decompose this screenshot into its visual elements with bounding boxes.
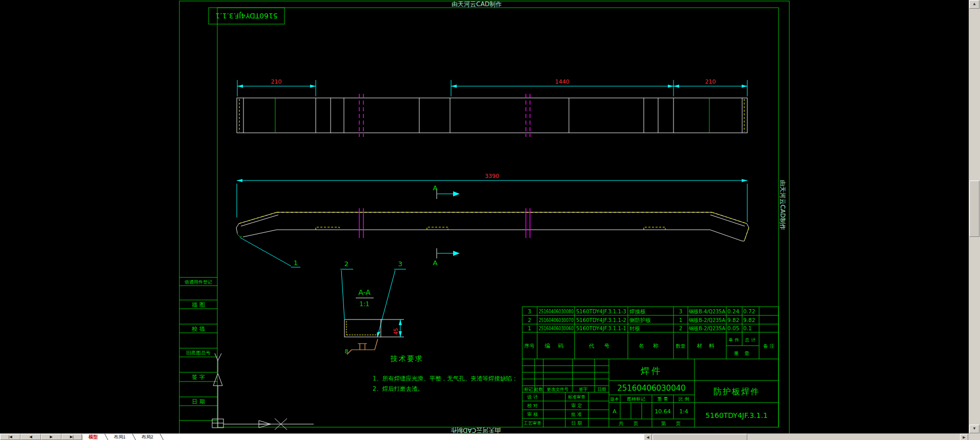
balloon-1: 1 bbox=[240, 237, 300, 267]
tech-req-line: 2、焊后打磨去渣。 bbox=[373, 385, 423, 392]
weight-value: 10.64 bbox=[655, 408, 671, 415]
section-arrow-top: A bbox=[433, 184, 460, 199]
first-tab-button[interactable]: |◀ bbox=[0, 434, 21, 440]
part-drawing-number: 5160TDY4JF.3.1.1 bbox=[705, 411, 768, 419]
balloon-2: 2 bbox=[340, 260, 353, 319]
scroll-up-button[interactable]: ▲ bbox=[969, 0, 979, 9]
scroll-down-button[interactable]: ▼ bbox=[969, 425, 979, 433]
tab-model-label: 模型 bbox=[89, 434, 98, 440]
section-arrow-bottom: A bbox=[433, 248, 460, 267]
bom-table: 3 25160406030080 5160TDY4JF.3.1.1-3 焊接板 … bbox=[522, 307, 779, 359]
bom-cell: 5160TDY4JF.3.1.1-1 bbox=[576, 325, 626, 331]
meta-header: 比 例 bbox=[679, 396, 689, 402]
tab-layout2[interactable]: 布局2 bbox=[135, 434, 164, 440]
scroll-left-button[interactable]: ◀ bbox=[644, 434, 652, 440]
pages-total: 共 页 bbox=[619, 421, 642, 426]
product-type: 焊件 bbox=[641, 366, 662, 376]
sign-label: 审 核 bbox=[527, 412, 538, 417]
bom-header: 代 号 bbox=[589, 343, 614, 349]
bom-cell: 25160406030070 bbox=[539, 317, 574, 323]
sign-label: 日 期 bbox=[571, 421, 582, 426]
last-tab-button[interactable]: ▶| bbox=[62, 434, 82, 440]
drawing-code: 25160406030040 bbox=[617, 384, 686, 393]
bom-cell: 钢板B-4/Q235A bbox=[688, 308, 726, 314]
bom-header: 总 计 bbox=[745, 337, 756, 343]
part-name: 防护板焊件 bbox=[713, 387, 760, 396]
change-header: 日期 bbox=[598, 387, 606, 392]
section-mark-label: A bbox=[433, 184, 438, 192]
corner-fillet bbox=[237, 233, 242, 237]
meta-header: 图样标记 bbox=[627, 396, 645, 402]
view-flat-pattern: 210 1440 210 bbox=[237, 78, 747, 137]
change-header: 处数 bbox=[535, 387, 544, 392]
frame-label: 5160TDY4JF.3.1.1 bbox=[215, 12, 278, 20]
dim-3390: 3390 bbox=[485, 173, 499, 179]
bom-cell: 9.82 bbox=[743, 317, 755, 323]
drawing-canvas[interactable]: 5160TDY4JF.3.1.1 借通用件登记 描 图 校 描 旧底图总号 签 … bbox=[0, 0, 969, 433]
bom-cell: 2 bbox=[679, 325, 683, 331]
sign-label: 标准审查 bbox=[568, 394, 586, 399]
dim-1440: 1440 bbox=[555, 78, 569, 85]
balloon-number: 1 bbox=[294, 259, 298, 267]
tab-nav-buttons: |◀ ◀ ▶ ▶| bbox=[0, 434, 83, 440]
left-strip-label: 签 字 bbox=[192, 374, 205, 381]
left-strip-label: 旧底图总号 bbox=[186, 350, 211, 355]
bom-cell: 钢板B-2/Q235A bbox=[688, 317, 726, 323]
bom-cell: 1 bbox=[679, 317, 683, 323]
break-lines bbox=[359, 208, 530, 238]
bom-header: 材 料 bbox=[697, 343, 717, 349]
tech-req-line: 1、所有焊缝应光滑、平整，无气孔、夹渣等焊接缺陷； bbox=[373, 375, 518, 382]
bom-cell: 25160406030080 bbox=[539, 308, 574, 314]
left-strip-label: 校 描 bbox=[191, 326, 205, 332]
weld-symbol: 8 bbox=[345, 339, 378, 355]
bom-header: 单 件 bbox=[729, 337, 740, 343]
bom-cell: 1 bbox=[528, 325, 532, 331]
bom-cell: 0.05 bbox=[727, 325, 739, 331]
sign-label: 校 对 bbox=[527, 403, 538, 408]
left-strip-label: 描 图 bbox=[192, 302, 205, 308]
watermark-bottom: 由天河云CAD制作 bbox=[451, 427, 501, 433]
sign-label: 批 准 bbox=[571, 412, 582, 417]
prev-tab-button[interactable]: ◀ bbox=[21, 434, 41, 440]
dim-45: 45 bbox=[393, 328, 399, 335]
section-title: A-A bbox=[358, 288, 371, 296]
bend-break-lines bbox=[359, 94, 530, 137]
sign-label: 设 计 bbox=[527, 394, 538, 399]
bom-cell: 3 bbox=[679, 308, 683, 314]
section-scale: 1:1 bbox=[359, 301, 369, 308]
horizontal-scroll-thumb[interactable] bbox=[652, 434, 747, 440]
bom-cell: 25160406030060 bbox=[539, 325, 574, 331]
bom-cell: 5160TDY4JF.3.1.1-3 bbox=[576, 308, 626, 314]
bom-header: 重 量 bbox=[734, 350, 751, 356]
watermark-right: 由天河云CAD制作 bbox=[779, 180, 786, 230]
dim-210-right: 210 bbox=[705, 78, 716, 85]
meta-header: 重 量 bbox=[658, 396, 668, 402]
cad-application-window: 5160TDY4JF.3.1.1 借通用件登记 描 图 校 描 旧底图总号 签 … bbox=[0, 0, 980, 440]
bom-cell: 焊接板 bbox=[629, 308, 646, 314]
bom-cell: 0.72 bbox=[743, 308, 755, 314]
bom-header: 序号 bbox=[524, 343, 535, 349]
tech-req-title: 技术要求 bbox=[390, 354, 423, 363]
vertical-scrollbar[interactable]: ▲ ▼ bbox=[969, 0, 980, 433]
vertical-scroll-thumb[interactable] bbox=[969, 181, 979, 237]
bom-header: 数量 bbox=[676, 343, 686, 349]
layout-tab-bar: |◀ ◀ ▶ ▶| 模型 布局1 布局2 ◀ ▶ bbox=[0, 433, 980, 440]
scrollbar-corner bbox=[969, 433, 980, 440]
tab-layout1[interactable]: 布局1 bbox=[107, 434, 136, 440]
balloon-number: 2 bbox=[344, 260, 349, 268]
bom-cell: 0.1 bbox=[743, 325, 752, 331]
view-front: 3390 A A 1 bbox=[236, 173, 749, 267]
version-value: A bbox=[612, 408, 617, 415]
scroll-right-button[interactable]: ▶ bbox=[960, 434, 968, 440]
section-view: 2 3 A-A 1:1 45 8 bbox=[340, 260, 406, 355]
next-tab-button[interactable]: ▶ bbox=[41, 434, 62, 440]
bom-header: 编 码 bbox=[545, 343, 566, 349]
bom-cell: 钢板B-2/Q235A bbox=[688, 325, 726, 331]
bom-cell: 5160TDY4JF.3.1.1-2 bbox=[576, 317, 626, 323]
horizontal-scrollbar[interactable]: ◀ ▶ bbox=[644, 434, 969, 440]
bom-cell: 9.82 bbox=[727, 317, 739, 323]
bom-header: 名 称 bbox=[638, 343, 662, 349]
tab-model[interactable]: 模型 bbox=[82, 434, 108, 440]
bom-cell: 0.24 bbox=[727, 308, 740, 314]
bom-cell: 封板 bbox=[629, 325, 641, 331]
